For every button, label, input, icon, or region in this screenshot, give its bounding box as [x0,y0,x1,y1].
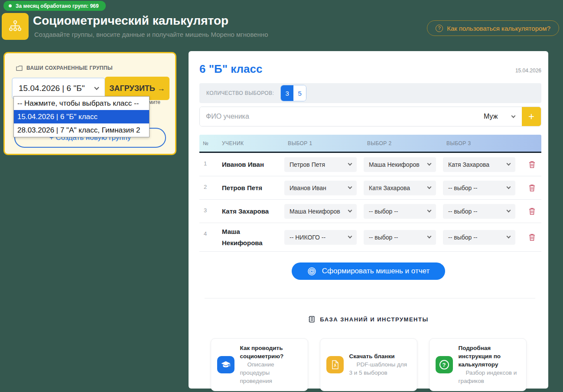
delete-row-button[interactable] [528,160,536,168]
delete-row-button[interactable] [528,233,536,241]
choice-1-select[interactable]: Маша Некифоров [284,204,357,219]
choices-count-toggle: 3 5 [280,85,306,101]
generate-area: Сформировать мишень и отчет [189,262,548,280]
choice-1-select[interactable]: Петров Петя [284,157,357,172]
choice-1-select[interactable]: -- НИКОГО -- [284,230,357,245]
chevron-down-icon [427,208,432,213]
help-button[interactable]: ? Как пользоваться калькулятором? [427,20,559,36]
col-header-num: № [199,140,218,146]
dropdown-option-placeholder[interactable]: -- Нажмите, чтобы выбрать класс -- [14,97,149,110]
chevron-down-icon [507,234,511,239]
knowledge-base-cards: Как проводить социометрию? Описание проц… [189,338,548,391]
choice-3-select[interactable]: -- выбор -- [443,230,515,245]
student-name: Иванов Иван [218,159,284,170]
trash-icon [528,184,536,192]
folder-icon [16,65,23,71]
group-header: 6 "Б" класс 15.04.2026 [189,51,548,76]
stats-badge-text: За месяц обработано групп: 969 [16,3,99,9]
card-calculator-manual[interactable]: ? Подробная инструкция по калькулятору Р… [429,338,527,391]
card-text: Как проводить социометрию? Описание проц… [240,344,302,385]
student-name: Петров Петя [218,182,284,194]
col-header-choice3: ВЫБОР 3 [443,140,522,146]
chevron-down-icon [348,208,352,213]
choice-1-select[interactable]: Иванов Иван [284,181,357,195]
target-icon [307,267,316,276]
chevron-down-icon [427,185,432,189]
generate-report-label: Сформировать мишень и отчет [322,267,430,275]
delete-row-button[interactable] [528,184,536,192]
chevron-down-icon [427,162,432,166]
choice-2-select[interactable]: Маша Некифоров [364,157,436,172]
delete-row-button[interactable] [528,207,536,215]
chevron-down-icon [94,85,99,90]
trash-icon [528,233,536,241]
card-download-forms[interactable]: Скачать бланки PDF-шаблоны для 3 и 5 выб… [320,338,417,391]
knowledge-base-title: БАЗА ЗНАНИЙ И ИНСТРУМЕНТЫ [320,316,428,323]
group-date: 15.04.2026 [515,68,541,74]
group-title: 6 "Б" класс [199,62,262,76]
card-title: Подробная инструкция по калькулятору [459,344,520,369]
page-title: Социометрический калькулятор [33,14,228,28]
group-select-value: 15.04.2026 | 6 "Б" [19,84,85,93]
chevron-down-icon [507,208,511,213]
student-name: Катя Захарова [218,206,284,217]
choices-count-label: КОЛИЧЕСТВО ВЫБОРОВ: [206,90,274,96]
choice-2-select[interactable]: -- выбор -- [364,204,436,219]
app-logo [2,13,29,40]
choice-3-select[interactable]: -- выбор -- [443,204,515,219]
chevron-down-icon [348,185,352,189]
help-button-label: Как пользоваться калькулятором? [447,25,550,32]
col-header-student: УЧЕНИК [218,140,284,146]
col-header-choice1: ВЫБОР 1 [284,140,364,146]
row-number: 4 [199,230,218,237]
card-how-to-sociometry[interactable]: Как проводить социометрию? Описание проц… [211,338,308,391]
choice-2-select[interactable]: -- выбор -- [364,230,436,245]
card-text: Подробная инструкция по калькулятору Раз… [459,344,520,385]
gender-select-value: Муж [484,113,498,120]
saved-groups-label: ВАШИ СОХРАНЕННЫЕ ГРУППЫ [16,65,175,71]
graduation-cap-icon [217,356,234,373]
choice-3-select[interactable]: -- выбор -- [443,181,515,195]
table-row: 3 Катя Захарова Маша Некифоров -- выбор … [199,200,541,223]
chevron-down-icon [348,162,352,166]
chevron-down-icon [348,234,352,239]
notebook-icon [308,316,315,323]
add-student-row: Муж + [199,107,541,126]
group-panel: 6 "Б" класс 15.04.2026 КОЛИЧЕСТВО ВЫБОРО… [189,51,548,389]
chevron-down-icon [427,234,432,239]
add-student-button[interactable]: + [522,107,541,126]
gender-select[interactable]: Муж [478,107,522,126]
page: За месяц обработано групп: 969 Социометр… [0,0,563,392]
col-header-choice2: ВЫБОР 2 [364,140,443,146]
status-dot-icon [9,4,12,7]
choice-3-select[interactable]: Катя Захарова [443,157,515,172]
table-row: 1 Иванов Иван Петров Петя Маша Некифоров… [199,153,541,176]
stats-badge: За месяц обработано групп: 969 [3,1,106,11]
pdf-file-icon [326,356,344,373]
choice-2-select[interactable]: Катя Захарова [364,181,436,195]
choice-count-5[interactable]: 5 [293,85,306,101]
divider [205,298,535,298]
student-name: Маша Некифорова [218,226,284,248]
chevron-down-icon [511,113,516,118]
generate-report-button[interactable]: Сформировать мишень и отчет [292,262,445,280]
choices-count-bar: КОЛИЧЕСТВО ВЫБОРОВ: 3 5 [199,83,541,103]
dropdown-option-selected[interactable]: 15.04.2026 | 6 "Б" класс [14,110,149,123]
students-table: № УЧЕНИК ВЫБОР 1 ВЫБОР 2 ВЫБОР 3 1 Ивано… [199,135,541,252]
page-subtitle: Создавайте группы, вносите данные и полу… [34,31,268,38]
card-description: PDF-шаблоны для 3 и 5 выборов [349,361,411,377]
row-number: 3 [199,207,218,214]
card-description: Разбор индексов и графиков [459,369,520,386]
table-row: 2 Петров Петя Иванов Иван Катя Захарова … [199,176,541,200]
choice-count-3[interactable]: 3 [281,85,293,101]
table-header-row: № УЧЕНИК ВЫБОР 1 ВЫБОР 2 ВЫБОР 3 [199,135,541,153]
student-name-input[interactable] [200,107,478,126]
row-number: 2 [199,184,218,190]
card-text: Скачать бланки PDF-шаблоны для 3 и 5 выб… [349,353,411,377]
trash-icon [528,160,536,168]
row-number: 1 [199,160,218,167]
question-circle-icon: ? [436,25,443,32]
chevron-down-icon [507,185,511,189]
sitemap-icon [8,19,23,34]
dropdown-option[interactable]: 28.03.2026 | 7 "А" класс, Гимназия 2 [14,123,149,137]
